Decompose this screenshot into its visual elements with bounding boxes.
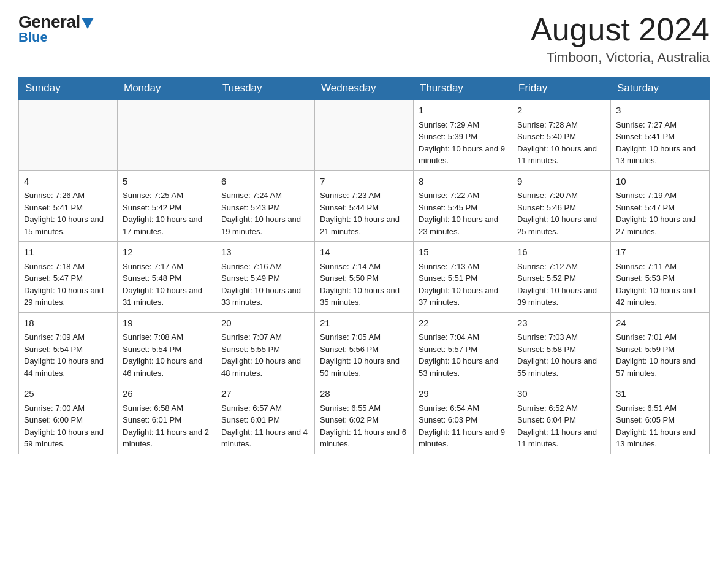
day-info-line: Sunrise: 7:04 AM xyxy=(419,331,507,343)
calendar-day-header: Thursday xyxy=(414,77,512,100)
day-info-line: Sunrise: 6:52 AM xyxy=(517,402,605,415)
day-info-line: Sunset: 5:48 PM xyxy=(123,272,211,285)
calendar-cell: 4Sunrise: 7:26 AMSunset: 5:41 PMDaylight… xyxy=(19,170,118,242)
day-info-line: Sunset: 5:52 PM xyxy=(517,272,605,285)
day-number: 11 xyxy=(24,245,112,259)
calendar-cell: 14Sunrise: 7:14 AMSunset: 5:50 PMDayligh… xyxy=(315,242,414,313)
page-header: General Blue August 2024 Timboon, Victor… xyxy=(18,12,710,66)
day-info-line: Daylight: 10 hours and 44 minutes. xyxy=(24,355,112,379)
location-text: Timboon, Victoria, Australia xyxy=(531,50,710,66)
day-info-line: Sunset: 5:46 PM xyxy=(517,202,605,214)
day-number: 1 xyxy=(419,104,507,118)
day-info-line: Daylight: 10 hours and 55 minutes. xyxy=(517,355,605,379)
day-info-line: Daylight: 11 hours and 11 minutes. xyxy=(517,426,605,450)
day-info-line: Daylight: 11 hours and 9 minutes. xyxy=(419,426,507,450)
day-info-line: Sunset: 5:50 PM xyxy=(320,272,408,285)
calendar-week-row: 25Sunrise: 7:00 AMSunset: 6:00 PMDayligh… xyxy=(19,383,710,454)
day-info-line: Daylight: 11 hours and 2 minutes. xyxy=(123,426,211,450)
calendar-cell: 23Sunrise: 7:03 AMSunset: 5:58 PMDayligh… xyxy=(512,312,611,383)
day-info-line: Daylight: 10 hours and 33 minutes. xyxy=(221,285,309,308)
day-info-line: Sunset: 5:55 PM xyxy=(221,343,309,356)
calendar-cell: 16Sunrise: 7:12 AMSunset: 5:52 PMDayligh… xyxy=(512,242,611,313)
day-number: 26 xyxy=(123,387,211,401)
day-number: 28 xyxy=(320,387,408,401)
calendar-day-header: Tuesday xyxy=(216,77,315,100)
day-info-line: Sunset: 6:04 PM xyxy=(517,414,605,426)
day-info-line: Sunset: 5:47 PM xyxy=(616,202,704,214)
calendar-day-header: Friday xyxy=(512,77,611,100)
day-info-line: Sunset: 5:56 PM xyxy=(320,343,408,356)
day-info-line: Daylight: 10 hours and 53 minutes. xyxy=(419,355,507,379)
day-number: 15 xyxy=(419,245,507,259)
calendar-day-header: Monday xyxy=(118,77,216,100)
day-info-line: Sunrise: 7:22 AM xyxy=(419,190,507,202)
calendar-week-row: 4Sunrise: 7:26 AMSunset: 5:41 PMDaylight… xyxy=(19,170,710,242)
calendar-cell: 18Sunrise: 7:09 AMSunset: 5:54 PMDayligh… xyxy=(19,312,118,383)
calendar-cell: 22Sunrise: 7:04 AMSunset: 5:57 PMDayligh… xyxy=(414,312,512,383)
day-info-line: Daylight: 10 hours and 27 minutes. xyxy=(616,213,704,237)
day-info-line: Daylight: 10 hours and 25 minutes. xyxy=(517,213,605,237)
day-info-line: Sunrise: 6:55 AM xyxy=(320,402,408,415)
day-info-line: Sunrise: 7:16 AM xyxy=(221,261,309,273)
day-info-line: Daylight: 11 hours and 4 minutes. xyxy=(221,426,309,450)
calendar-cell: 24Sunrise: 7:01 AMSunset: 5:59 PMDayligh… xyxy=(611,312,710,383)
day-info-line: Sunset: 6:05 PM xyxy=(616,414,704,426)
day-number: 13 xyxy=(221,245,309,259)
calendar-cell: 1Sunrise: 7:29 AMSunset: 5:39 PMDaylight… xyxy=(414,100,512,171)
day-info-line: Sunrise: 7:27 AM xyxy=(616,119,704,131)
day-info-line: Sunset: 5:58 PM xyxy=(517,343,605,356)
day-info-line: Sunrise: 7:25 AM xyxy=(123,190,211,202)
day-number: 8 xyxy=(419,175,507,189)
calendar-cell: 2Sunrise: 7:28 AMSunset: 5:40 PMDaylight… xyxy=(512,100,611,171)
logo: General Blue xyxy=(18,12,94,45)
day-info-line: Daylight: 10 hours and 46 minutes. xyxy=(123,355,211,379)
calendar-cell: 25Sunrise: 7:00 AMSunset: 6:00 PMDayligh… xyxy=(19,383,118,454)
day-info-line: Sunset: 6:01 PM xyxy=(123,414,211,426)
day-info-line: Sunset: 5:51 PM xyxy=(419,272,507,285)
calendar-table: SundayMondayTuesdayWednesdayThursdayFrid… xyxy=(18,77,710,454)
day-info-line: Sunset: 5:57 PM xyxy=(419,343,507,356)
day-number: 21 xyxy=(320,316,408,331)
calendar-week-row: 11Sunrise: 7:18 AMSunset: 5:47 PMDayligh… xyxy=(19,242,710,313)
day-info-line: Sunset: 6:00 PM xyxy=(24,414,112,426)
day-info-line: Sunrise: 7:29 AM xyxy=(419,119,507,131)
day-info-line: Sunrise: 6:57 AM xyxy=(221,402,309,415)
day-info-line: Daylight: 10 hours and 31 minutes. xyxy=(123,285,211,308)
calendar-cell: 26Sunrise: 6:58 AMSunset: 6:01 PMDayligh… xyxy=(118,383,216,454)
month-title: August 2024 xyxy=(531,12,710,47)
calendar-day-header: Wednesday xyxy=(315,77,414,100)
day-number: 2 xyxy=(517,104,605,118)
day-number: 30 xyxy=(517,387,605,401)
day-info-line: Sunset: 5:44 PM xyxy=(320,202,408,214)
calendar-cell: 9Sunrise: 7:20 AMSunset: 5:46 PMDaylight… xyxy=(512,170,611,242)
day-info-line: Sunset: 5:53 PM xyxy=(616,272,704,285)
calendar-day-header: Sunday xyxy=(19,77,118,100)
day-number: 7 xyxy=(320,175,408,189)
day-number: 24 xyxy=(616,316,704,331)
day-number: 18 xyxy=(24,316,112,331)
day-info-line: Daylight: 10 hours and 13 minutes. xyxy=(616,143,704,167)
day-info-line: Sunrise: 7:23 AM xyxy=(320,190,408,202)
day-info-line: Sunrise: 7:08 AM xyxy=(123,331,211,343)
calendar-day-header: Saturday xyxy=(611,77,710,100)
day-info-line: Sunset: 5:54 PM xyxy=(123,343,211,356)
day-info-line: Sunrise: 7:24 AM xyxy=(221,190,309,202)
day-number: 31 xyxy=(616,387,704,401)
day-number: 19 xyxy=(123,316,211,331)
day-info-line: Daylight: 10 hours and 29 minutes. xyxy=(24,285,112,308)
day-info-line: Sunrise: 7:28 AM xyxy=(517,119,605,131)
day-number: 12 xyxy=(123,245,211,259)
day-info-line: Daylight: 10 hours and 39 minutes. xyxy=(517,285,605,308)
day-info-line: Daylight: 10 hours and 21 minutes. xyxy=(320,213,408,237)
day-info-line: Sunrise: 7:18 AM xyxy=(24,261,112,273)
logo-blue-text: Blue xyxy=(18,29,48,45)
day-info-line: Daylight: 10 hours and 23 minutes. xyxy=(419,213,507,237)
day-info-line: Sunrise: 7:19 AM xyxy=(616,190,704,202)
day-info-line: Daylight: 10 hours and 37 minutes. xyxy=(419,285,507,308)
day-info-line: Sunrise: 6:51 AM xyxy=(616,402,704,415)
calendar-cell: 20Sunrise: 7:07 AMSunset: 5:55 PMDayligh… xyxy=(216,312,315,383)
day-info-line: Daylight: 10 hours and 59 minutes. xyxy=(24,426,112,450)
calendar-cell: 17Sunrise: 7:11 AMSunset: 5:53 PMDayligh… xyxy=(611,242,710,313)
calendar-cell xyxy=(315,100,414,171)
day-info-line: Sunrise: 7:26 AM xyxy=(24,190,112,202)
